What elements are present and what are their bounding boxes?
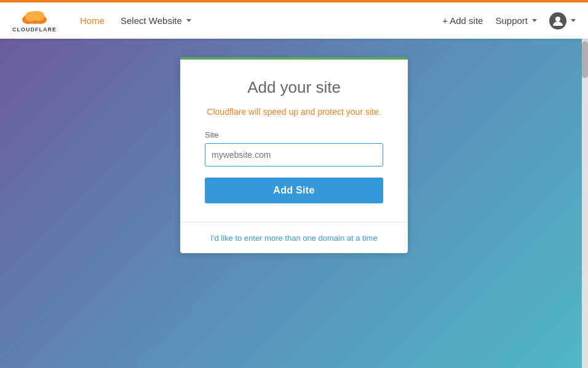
card-subtitle: Cloudflare will speed up and protect you…: [205, 107, 383, 117]
scrollbar-thumb[interactable]: [582, 41, 588, 78]
site-label: Site: [205, 130, 383, 139]
add-site-link[interactable]: + Add site: [442, 15, 483, 26]
select-website-chevron-icon: [186, 19, 191, 22]
card-footer: I'd like to enter more than one domain a…: [180, 222, 408, 253]
select-website-dropdown[interactable]: Select Website: [116, 13, 196, 28]
scrollbar[interactable]: [582, 39, 588, 368]
site-form-group: Site: [205, 130, 383, 166]
nav-right: + Add site Support: [442, 12, 576, 29]
support-chevron-icon: [532, 19, 537, 22]
cloudflare-logo[interactable]: CLOUDFLARE: [12, 9, 57, 33]
user-chevron-icon: [571, 19, 576, 22]
svg-point-5: [28, 11, 41, 20]
card-body: Add your site Cloudflare will speed up a…: [180, 60, 408, 222]
svg-point-6: [555, 17, 560, 22]
logo-text: CLOUDFLARE: [12, 26, 57, 33]
nav-links: Home Select Website: [75, 13, 442, 28]
bulk-domain-link[interactable]: I'd like to enter more than one domain a…: [210, 233, 377, 243]
user-avatar-icon: [549, 12, 566, 29]
page-background: Add your site Cloudflare will speed up a…: [0, 39, 588, 368]
logo-area: CLOUDFLARE: [12, 9, 57, 33]
support-dropdown[interactable]: Support: [495, 15, 537, 26]
user-menu-dropdown[interactable]: [549, 12, 576, 29]
navbar: CLOUDFLARE Home Select Website + Add sit…: [0, 0, 588, 39]
add-site-card: Add your site Cloudflare will speed up a…: [180, 57, 408, 253]
add-site-button[interactable]: Add Site: [205, 178, 383, 203]
site-input[interactable]: [205, 143, 383, 166]
home-link[interactable]: Home: [75, 13, 109, 28]
card-title: Add your site: [205, 78, 383, 97]
cloudflare-cloud-icon: [20, 9, 49, 26]
